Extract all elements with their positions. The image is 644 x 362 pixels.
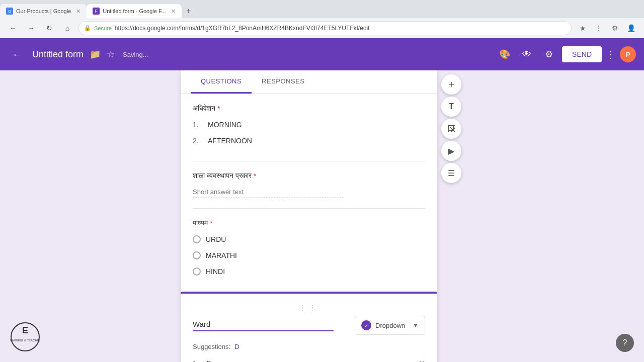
browser-menu-button[interactable]: ⋮ <box>592 21 606 35</box>
dropdown-arrow-icon: ▼ <box>413 322 419 329</box>
right-sidebar: + T 🖼 ▶ ☰ <box>439 70 463 187</box>
add-section-button[interactable]: ☰ <box>441 163 461 183</box>
reload-button[interactable]: ↻ <box>42 21 56 35</box>
add-video-button[interactable]: ▶ <box>441 141 461 161</box>
new-tab-button[interactable]: + <box>182 4 196 18</box>
madhyam-label: माध्यम * <box>193 219 425 227</box>
browser-profile-button[interactable]: 👤 <box>624 21 638 35</box>
form-body: अधिवेशन * 1. MORNING 2. AFTERNOON <box>181 94 437 362</box>
suggestions-row: Suggestions: D <box>193 343 425 350</box>
secure-label: Secure <box>94 25 112 31</box>
svg-text:LEARNING & TEACHING: LEARNING & TEACHING <box>10 339 40 342</box>
address-actions: ★ ⋮ ⚙ 👤 <box>576 21 638 35</box>
adhiveshan-label: अधिवेशन * <box>193 104 425 113</box>
tab-questions[interactable]: QUESTIONS <box>191 70 252 94</box>
home-button[interactable]: ⌂ <box>60 21 74 35</box>
header-actions: 🎨 👁 ⚙ SEND ⋮ P <box>496 45 636 63</box>
adhiveshan-option-2: 2. AFTERNOON <box>193 135 425 147</box>
tab-title-products: Our Products | Google <box>16 8 71 14</box>
madhyam-required-star: * <box>210 219 212 227</box>
more-options-button[interactable]: ⋮ <box>606 48 616 60</box>
add-video-icon: ▶ <box>448 146 454 156</box>
active-card-header: ✓ Dropdown ▼ <box>193 316 425 335</box>
add-question-icon: + <box>448 79 454 90</box>
star-icon[interactable]: ☆ <box>107 49 115 60</box>
palette-button[interactable]: 🎨 <box>496 45 514 63</box>
folder-icon[interactable]: 📁 <box>90 49 101 60</box>
svg-text:E: E <box>22 325 28 335</box>
tab-favicon-forms: F <box>93 8 100 15</box>
tab-close-products[interactable]: ✕ <box>76 8 80 15</box>
add-title-button[interactable]: T <box>441 97 461 117</box>
adhiveshan-required-star: * <box>217 105 220 113</box>
help-button[interactable]: ? <box>616 334 634 352</box>
ward-question-input[interactable] <box>193 320 334 331</box>
url-text: https://docs.google.com/forms/d/1gXGR7hL… <box>115 25 566 32</box>
ward-option-1-delete[interactable]: ✕ <box>419 358 425 362</box>
settings-button[interactable]: ⚙ <box>540 45 558 63</box>
section-adhiveshan: अधिवेशन * 1. MORNING 2. AFTERNOON <box>181 94 437 161</box>
section-madhyam: माध्यम * URDU MARATHI HINDI <box>181 209 437 292</box>
add-title-icon: T <box>449 102 454 111</box>
saving-text: Saving... <box>123 51 148 58</box>
drag-handle-dots: ⋮⋮ <box>193 304 425 312</box>
suggestion-badge[interactable]: D <box>234 343 239 350</box>
watermark: E LEARNING & TEACHING <box>10 322 40 352</box>
add-image-button[interactable]: 🖼 <box>441 119 461 139</box>
avatar[interactable]: P <box>620 46 636 62</box>
preview-button[interactable]: 👁 <box>518 45 536 63</box>
add-image-icon: 🖼 <box>447 124 455 133</box>
dropdown-selector[interactable]: ✓ Dropdown ▼ <box>355 316 425 335</box>
add-question-button[interactable]: + <box>441 74 461 95</box>
tab-responses[interactable]: RESPONSES <box>252 70 314 94</box>
form-tabs: QUESTIONS RESPONSES <box>181 70 437 94</box>
back-button[interactable]: ← <box>8 45 26 63</box>
app-title: Untitled form <box>32 49 84 60</box>
radio-marathi <box>193 251 201 259</box>
tab-bar: G Our Products | Google ✕ F Untitled for… <box>0 0 644 18</box>
dropdown-label: Dropdown <box>375 322 405 329</box>
suggestions-label: Suggestions: <box>193 343 230 350</box>
section-shala: शाळा व्यवस्थापन प्रकार * <box>181 161 437 208</box>
add-section-icon: ☰ <box>448 168 455 178</box>
madhyam-option-marathi: MARATHI <box>193 249 425 261</box>
dropdown-check-icon: ✓ <box>361 320 371 330</box>
secure-lock-icon: 🔒 <box>84 25 91 31</box>
radio-hindi <box>193 267 201 276</box>
active-card-ward: ⋮⋮ ✓ Dropdown ▼ <box>181 292 437 362</box>
browser-chrome: G Our Products | Google ✕ F Untitled for… <box>0 0 644 38</box>
bookmark-button[interactable]: ★ <box>576 21 590 35</box>
shala-required-star: * <box>254 172 256 180</box>
shala-label: शाळा व्यवस्थापन प्रकार * <box>193 171 425 180</box>
tab-favicon-products: G <box>6 8 13 15</box>
app-header: ← Untitled form 📁 ☆ Saving... 🎨 👁 ⚙ SEND… <box>0 38 644 70</box>
url-bar[interactable]: 🔒 Secure https://docs.google.com/forms/d… <box>78 21 572 35</box>
madhyam-option-hindi: HINDI <box>193 265 425 278</box>
adhiveshan-option-1: 1. MORNING <box>193 119 425 131</box>
browser-settings-button[interactable]: ⚙ <box>608 21 622 35</box>
send-button[interactable]: SEND <box>562 46 602 62</box>
forward-nav-button[interactable]: → <box>24 21 38 35</box>
tab-title-forms: Untitled form - Google F... <box>103 8 166 14</box>
ward-option-1-text: B <box>207 359 415 362</box>
shala-short-answer[interactable] <box>193 186 344 198</box>
tab-products[interactable]: G Our Products | Google ✕ <box>0 4 87 18</box>
back-nav-button[interactable]: ← <box>6 21 20 35</box>
madhyam-option-urdu: URDU <box>193 233 425 245</box>
form-panel: QUESTIONS RESPONSES अधिवेशन * 1. MORNING… <box>181 70 437 362</box>
ward-option-1: 1. B ✕ <box>193 356 425 362</box>
radio-urdu <box>193 235 201 243</box>
tab-forms[interactable]: F Untitled form - Google F... ✕ <box>87 4 181 18</box>
tab-close-forms[interactable]: ✕ <box>171 8 176 15</box>
address-bar: ← → ↻ ⌂ 🔒 Secure https://docs.google.com… <box>0 18 644 38</box>
